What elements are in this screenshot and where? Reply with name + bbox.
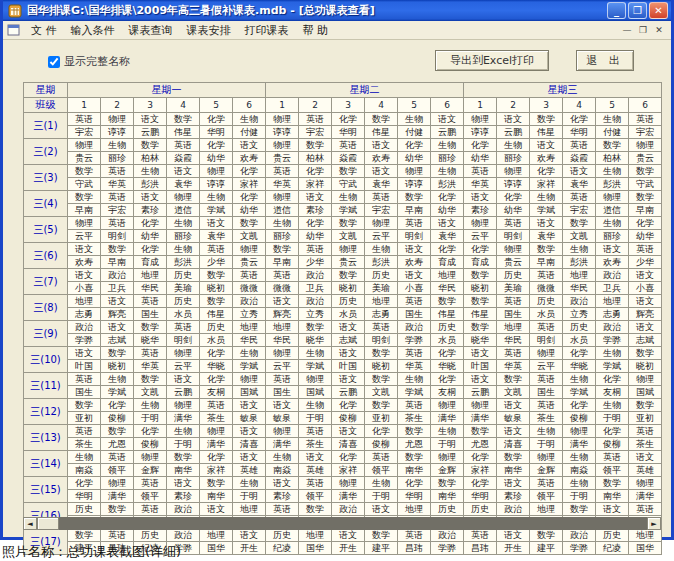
teacher-cell: 国生 [497,308,530,321]
subject-cell: 地理 [365,295,398,308]
teacher-cell: 幼华 [497,204,530,217]
scrollbar-thumb[interactable] [37,517,59,530]
menu-input-conditions[interactable]: 输入条件 [64,21,122,40]
teacher-cell: 素珍 [299,204,332,217]
subject-cell: 地理 [266,321,299,334]
teacher-cell: 焱霞 [563,152,596,165]
subject-cell: 数学 [596,139,629,152]
subject-cell: 物理 [497,243,530,256]
period-header: 3 [332,98,365,113]
teacher-cell: 美瑜 [167,282,200,295]
mdi-close-button[interactable]: ✕ [651,24,667,37]
teacher-cell: 晓初 [365,360,398,373]
teacher-cell: 道信 [266,204,299,217]
subject-cell: 数学 [464,295,497,308]
teacher-cell: 领平 [530,490,563,503]
day-header-3: 星期三 [464,83,662,98]
subject-cell: 语文 [167,373,200,386]
minimize-button[interactable]: _ [607,2,626,19]
teacher-cell: 文凯 [563,230,596,243]
maximize-button[interactable]: ❐ [628,2,647,19]
subject-cell: 语文 [233,451,266,464]
teacher-cell: 小喜 [629,282,662,295]
teacher-cell: 华明 [332,126,365,139]
teacher-cell: 敏泉 [233,412,266,425]
subject-cell: 生物 [497,139,530,152]
exit-button[interactable]: 退 出 [576,50,634,71]
subject-cell: 英语 [167,139,200,152]
subject-cell: 生物 [398,373,431,386]
mdi-restore-button[interactable]: ❐ [635,24,651,37]
menu-timetable-query[interactable]: 课表查询 [122,21,180,40]
teacher-cell: 立秀 [563,308,596,321]
export-to-excel-button[interactable]: 导出到Excel打印 [435,50,549,71]
subject-cell: 英语 [233,269,266,282]
subject-cell: 物理 [431,399,464,412]
subject-cell: 政治 [68,321,101,334]
subject-cell: 化学 [563,399,596,412]
teacher-cell: 国生 [530,386,563,399]
teacher-cell: 宇宏 [299,126,332,139]
teacher-cell: 丽珍 [431,152,464,165]
teacher-cell: 建平 [530,542,563,555]
teacher-cell: 晓华 [464,334,497,347]
subject-cell: 数学 [629,399,662,412]
teacher-cell: 学斌 [398,386,431,399]
teacher-cell: 尤恩 [464,438,497,451]
teacher-cell: 袁华 [365,178,398,191]
teacher-cell: 早南 [68,204,101,217]
menu-print-timetable[interactable]: 打印课表 [238,21,296,40]
subject-cell: 物理 [629,139,662,152]
subject-cell: 化学 [464,139,497,152]
close-button[interactable]: ✕ [649,2,668,19]
menu-timetable-arrange[interactable]: 课表安排 [180,21,238,40]
subject-cell: 化学 [200,139,233,152]
teacher-cell: 云鹏 [167,386,200,399]
subject-cell: 数学 [365,373,398,386]
mdi-minimize-button[interactable]: — [619,24,635,37]
teacher-cell: 明剑 [167,334,200,347]
teacher-cell: 欢寿 [530,152,563,165]
teacher-cell: 欢寿 [596,256,629,269]
teacher-cell: 清喜 [497,438,530,451]
subject-cell: 数学 [200,477,233,490]
subject-cell: 生物 [596,165,629,178]
teacher-cell: 文凯 [134,386,167,399]
teacher-cell: 焱霞 [167,152,200,165]
subject-cell: 政治 [299,269,332,282]
teacher-cell: 少华 [629,256,662,269]
subject-cell: 数学 [200,295,233,308]
subject-cell: 历史 [431,503,464,516]
menu-file[interactable]: 文 件 [24,21,64,40]
menu-help[interactable]: 帮 助 [296,21,336,40]
teacher-cell: 幼华 [134,230,167,243]
subject-cell: 英语 [629,503,662,516]
teacher-cell: 辉亮 [266,308,299,321]
scroll-left-arrow[interactable]: ◄ [23,517,37,530]
day-header-2: 星期二 [266,83,464,98]
horizontal-scrollbar[interactable]: ◄ ► [23,517,661,530]
subject-cell: 生物 [233,347,266,360]
teacher-cell: 道信 [596,204,629,217]
teacher-cell: 于明 [134,412,167,425]
mdi-child-icon[interactable] [7,24,20,36]
subject-cell: 数学 [332,217,365,230]
subject-cell: 语文 [365,139,398,152]
scroll-right-arrow[interactable]: ► [647,517,661,530]
teacher-cell: 晓初 [101,360,134,373]
subject-cell: 英语 [563,139,596,152]
subject-cell: 数学 [365,113,398,126]
subject-cell: 语文 [167,477,200,490]
teacher-cell: 华晓 [431,360,464,373]
subject-cell: 语文 [464,191,497,204]
subject-cell: 数学 [299,503,332,516]
teacher-cell: 开生 [233,542,266,555]
subject-cell: 语文 [167,165,200,178]
subject-cell: 政治 [596,321,629,334]
subject-cell: 物理 [464,399,497,412]
teacher-cell: 晓初 [200,282,233,295]
teacher-cell: 贵云 [266,152,299,165]
teacher-cell: 俊柳 [134,438,167,451]
teacher-cell: 付健 [596,126,629,139]
show-full-names-checkbox[interactable] [48,56,60,68]
